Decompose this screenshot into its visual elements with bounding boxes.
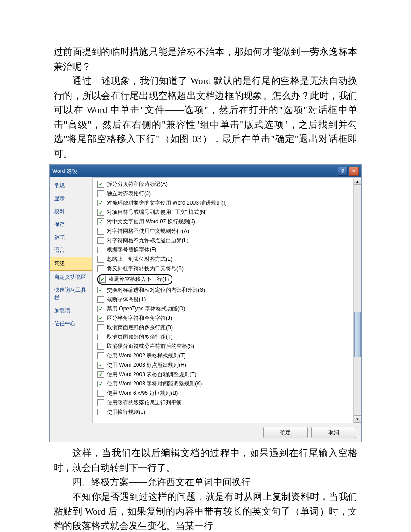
- option-label: 使用缓存的段落信息进行列平衡: [107, 399, 182, 406]
- help-button[interactable]: ?: [338, 167, 348, 176]
- document-page: 过前面提到的临时措施只能是治标不治本，那如何才能做到一劳永逸标本兼治呢？ 通过上…: [0, 0, 411, 532]
- option-row[interactable]: 对项目符号或编号列表使用 "正文" 样式(N): [97, 208, 361, 217]
- option-row[interactable]: 使用换行规则(J): [97, 407, 361, 417]
- sidebar-item[interactable]: 语言: [50, 244, 92, 257]
- word-options-screenshot: Word 选项 ? × 常规显示校对保存版式语言高级自定义功能区快速访问工具栏加…: [49, 164, 362, 442]
- scrollbar[interactable]: ▴ ▾: [353, 178, 361, 423]
- checkbox-icon[interactable]: [97, 190, 104, 197]
- option-label: 使用换行规则(J): [107, 408, 145, 416]
- option-label: 区分半角字符和全角字符(J): [107, 314, 172, 322]
- checkbox-icon[interactable]: [97, 315, 104, 322]
- option-row[interactable]: 将反斜杠字符转换为日元符号(B): [97, 264, 361, 273]
- sidebar-item[interactable]: 版式: [50, 231, 92, 244]
- option-label: 取消硬分页符或分栏符前后的空格(S): [107, 343, 194, 350]
- option-label: 拆分分页符和段落标记(A): [107, 180, 168, 188]
- scroll-up-icon[interactable]: ▴: [354, 178, 361, 185]
- option-row[interactable]: 对中文文字使用 Word 97 换行规则(J): [97, 217, 361, 226]
- dialog-footer: 确定 取消: [50, 423, 361, 442]
- checkbox-icon[interactable]: [97, 228, 104, 235]
- dialog-body: 常规显示校对保存版式语言高级自定义功能区快速访问工具栏加载项信任中心 拆分分页符…: [50, 177, 361, 423]
- close-button[interactable]: ×: [349, 167, 359, 176]
- paragraph-3: 这样，当我们在以后编辑文档的过程中，如果遇到在行尾输入空格时，就会自动转到下一行…: [54, 446, 357, 475]
- option-label: 对字符网格不允许标点溢出边界(L): [107, 237, 189, 244]
- checkbox-icon[interactable]: [97, 343, 104, 350]
- paragraph-4: 不知你是否遇到过这样的问题，就是有时从网上复制资料时，当我们粘贴到 Word 后…: [54, 490, 357, 532]
- checkbox-icon[interactable]: [97, 334, 104, 340]
- option-row[interactable]: 使用 Word 6.x/95 边框规则(B): [97, 389, 361, 398]
- checkbox-icon[interactable]: [97, 296, 104, 303]
- option-label: 使用 Word 2003 字符对间距调整规则(K): [107, 380, 202, 388]
- dialog-title: Word 选项: [52, 168, 77, 175]
- sidebar-item[interactable]: 显示: [50, 192, 92, 205]
- option-row[interactable]: 对被环绕对象旁的文字使用 Word 2003 缩进规则(I): [97, 198, 361, 208]
- sidebar-item[interactable]: 校对: [50, 205, 92, 218]
- checkbox-icon[interactable]: [97, 371, 104, 378]
- option-label: 截断字体高度(T): [107, 296, 146, 303]
- sidebar-item[interactable]: 快速访问工具栏: [50, 284, 92, 304]
- checkbox-icon[interactable]: [97, 306, 104, 312]
- option-row[interactable]: 截断字体高度(T): [97, 295, 361, 304]
- checkbox-icon[interactable]: [97, 265, 104, 272]
- checkbox-icon[interactable]: [97, 218, 104, 225]
- scroll-down-icon[interactable]: ▾: [354, 415, 361, 423]
- sidebar-item[interactable]: 常规: [50, 179, 92, 192]
- checkbox-icon[interactable]: [97, 324, 104, 331]
- option-label: 对中文文字使用 Word 97 换行规则(J): [107, 218, 195, 226]
- checkbox-icon[interactable]: [97, 256, 104, 263]
- checkbox-icon[interactable]: [97, 390, 104, 397]
- option-row[interactable]: 区分半角字符和全角字符(J): [97, 314, 361, 323]
- option-row[interactable]: 忽略上一制表位对齐方式(L): [97, 255, 361, 264]
- checkbox-icon[interactable]: [97, 237, 104, 244]
- option-row[interactable]: 独立对齐表格行(J): [97, 189, 361, 198]
- sidebar-item[interactable]: 保存: [50, 218, 92, 231]
- option-label: 将反斜杠字符转换为日元符号(B): [107, 265, 184, 272]
- dialog-sidebar: 常规显示校对保存版式语言高级自定义功能区快速访问工具栏加载项信任中心: [50, 177, 92, 423]
- option-row[interactable]: 使用 Word 2003 字符对间距调整规则(K): [97, 379, 361, 389]
- option-label: 独立对齐表格行(J): [107, 190, 151, 197]
- option-row[interactable]: 禁用 OpenType 字体格式功能(O): [97, 304, 361, 314]
- sidebar-item[interactable]: 自定义功能区: [50, 271, 92, 284]
- option-row[interactable]: 使用缓存的段落信息进行列平衡: [97, 398, 361, 407]
- option-row[interactable]: 使用 Word 2003 标点溢出规则(H): [97, 360, 361, 370]
- checkbox-icon[interactable]: [97, 287, 104, 293]
- paragraph-1: 过前面提到的临时措施只能是治标不治本，那如何才能做到一劳永逸标本兼治呢？: [54, 45, 357, 74]
- checkbox-icon[interactable]: [97, 409, 104, 415]
- option-label: 对字符网格不使用中文规则分行(A): [107, 227, 189, 235]
- sidebar-item[interactable]: 信任中心: [50, 317, 92, 330]
- dialog-titlebar: Word 选项 ? ×: [50, 165, 361, 177]
- sidebar-item[interactable]: 高级: [50, 257, 92, 271]
- options-panel: 拆分分页符和段落标记(A)独立对齐表格行(J)对被环绕对象旁的文字使用 Word…: [92, 177, 361, 423]
- option-row[interactable]: 取消硬分页符或分栏符前后的空格(S): [97, 342, 361, 351]
- checkbox-icon[interactable]: [97, 381, 104, 387]
- option-row[interactable]: 取消页面底部的多余行距(B): [97, 323, 361, 332]
- option-row[interactable]: 根据字号替换字体(F): [97, 245, 361, 255]
- option-row[interactable]: 使用 Word 2003 表格自动调整规则(T): [97, 370, 361, 379]
- option-label: 使用 Word 2003 表格自动调整规则(T): [107, 371, 196, 378]
- option-row[interactable]: 取消页面顶部的多余行距(T): [97, 332, 361, 342]
- checkbox-icon[interactable]: [99, 276, 106, 283]
- option-label: 禁用 OpenType 字体格式功能(O): [107, 305, 185, 313]
- checkbox-icon[interactable]: [97, 209, 104, 216]
- checkbox-icon[interactable]: [97, 362, 104, 369]
- checkbox-icon[interactable]: [97, 352, 104, 359]
- option-label: 使用 Word 2002 表格样式规则(T): [107, 352, 185, 360]
- option-row[interactable]: 拆分分页符和段落标记(A): [97, 180, 361, 189]
- checkbox-icon[interactable]: [97, 181, 104, 188]
- scroll-thumb[interactable]: [354, 312, 361, 357]
- option-row[interactable]: 交换对称缩进和相对定位的内部和外部(S): [97, 285, 361, 295]
- sidebar-item[interactable]: 加载项: [50, 304, 92, 317]
- checkbox-icon[interactable]: [97, 200, 104, 206]
- option-row[interactable]: 对字符网格不使用中文规则分行(A): [97, 226, 361, 236]
- highlighted-option[interactable]: 将尾部空格移入下一行(T): [97, 274, 172, 285]
- options-list: 拆分分页符和段落标记(A)独立对齐表格行(J)对被环绕对象旁的文字使用 Word…: [97, 180, 361, 417]
- option-row[interactable]: 使用 Word 2002 表格样式规则(T): [97, 351, 361, 360]
- option-label: 忽略上一制表位对齐方式(L): [107, 256, 172, 263]
- option-label: 对项目符号或编号列表使用 "正文" 样式(N): [107, 209, 207, 216]
- checkbox-icon[interactable]: [97, 399, 104, 406]
- checkbox-icon[interactable]: [97, 247, 104, 253]
- option-row[interactable]: 对字符网格不允许标点溢出边界(L): [97, 236, 361, 245]
- ok-button[interactable]: 确定: [263, 427, 308, 438]
- paragraph-2: 通过上述现象，我们知道了 Word 默认的是行尾的空格是无法自动换行的，所以会在…: [54, 74, 357, 161]
- option-row[interactable]: 将尾部空格移入下一行(T): [97, 273, 361, 285]
- cancel-button[interactable]: 取消: [311, 427, 356, 438]
